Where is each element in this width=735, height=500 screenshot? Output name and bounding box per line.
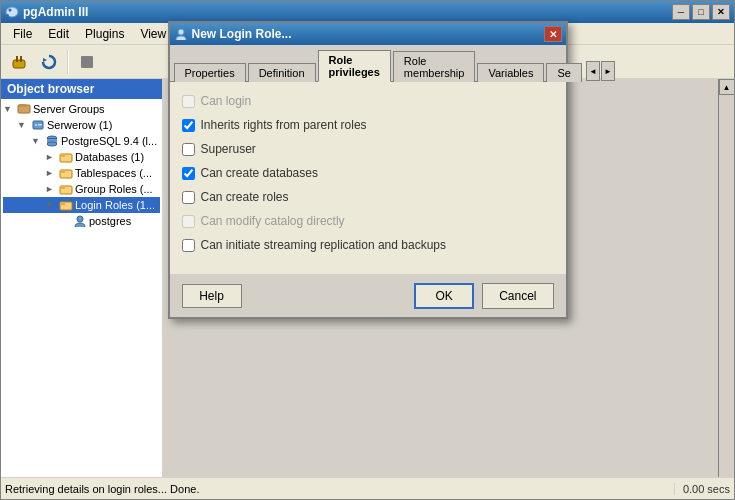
tab-role-privileges[interactable]: Role privileges xyxy=(318,50,391,82)
modal-content: Can login Inherits rights from parent ro… xyxy=(170,82,566,274)
modal-user-icon xyxy=(174,27,188,41)
tab-bar: Properties Definition Role privileges Ro… xyxy=(170,45,566,82)
tab-arrows: ◄ ► xyxy=(586,61,615,81)
checkbox-row-can-login: Can login xyxy=(182,94,554,108)
can-login-checkbox[interactable] xyxy=(182,95,195,108)
can-create-db-checkbox[interactable] xyxy=(182,167,195,180)
superuser-checkbox[interactable] xyxy=(182,143,195,156)
tab-arrow-right[interactable]: ► xyxy=(601,61,615,81)
footer-right-buttons: OK Cancel xyxy=(414,283,553,309)
superuser-label: Superuser xyxy=(201,142,256,156)
can-create-roles-checkbox[interactable] xyxy=(182,191,195,204)
help-button[interactable]: Help xyxy=(182,284,242,308)
checkbox-row-create-roles: Can create roles xyxy=(182,190,554,204)
tab-se[interactable]: Se xyxy=(546,63,581,82)
can-stream-replication-label: Can initiate streaming replication and b… xyxy=(201,238,446,252)
inherits-rights-label: Inherits rights from parent roles xyxy=(201,118,367,132)
tab-properties[interactable]: Properties xyxy=(174,63,246,82)
can-create-roles-label: Can create roles xyxy=(201,190,289,204)
tab-arrow-left[interactable]: ◄ xyxy=(586,61,600,81)
tab-role-membership[interactable]: Role membership xyxy=(393,51,476,82)
tab-variables[interactable]: Variables xyxy=(477,63,544,82)
inherits-rights-checkbox[interactable] xyxy=(182,119,195,132)
can-create-db-label: Can create databases xyxy=(201,166,318,180)
modal-dialog: New Login Role... ✕ Properties Definitio… xyxy=(168,21,568,319)
cancel-button[interactable]: Cancel xyxy=(482,283,553,309)
checkbox-row-superuser: Superuser xyxy=(182,142,554,156)
modal-overlay: New Login Role... ✕ Properties Definitio… xyxy=(1,1,734,499)
can-modify-catalog-checkbox[interactable] xyxy=(182,215,195,228)
modal-close-button[interactable]: ✕ xyxy=(544,26,562,42)
modal-footer: Help OK Cancel xyxy=(170,274,566,317)
svg-point-25 xyxy=(178,29,184,35)
can-login-label: Can login xyxy=(201,94,252,108)
modal-title: New Login Role... xyxy=(192,27,292,41)
modal-title-bar: New Login Role... ✕ xyxy=(170,23,566,45)
checkbox-row-inherits: Inherits rights from parent roles xyxy=(182,118,554,132)
checkbox-row-modify-catalog: Can modify catalog directly xyxy=(182,214,554,228)
checkbox-row-stream-replication: Can initiate streaming replication and b… xyxy=(182,238,554,252)
modal-title-left: New Login Role... xyxy=(174,27,292,41)
can-stream-replication-checkbox[interactable] xyxy=(182,239,195,252)
checkbox-row-create-db: Can create databases xyxy=(182,166,554,180)
tab-definition[interactable]: Definition xyxy=(248,63,316,82)
ok-button[interactable]: OK xyxy=(414,283,474,309)
can-modify-catalog-label: Can modify catalog directly xyxy=(201,214,345,228)
main-window: pgAdmin III ─ □ ✕ File Edit Plugins View xyxy=(0,0,735,500)
